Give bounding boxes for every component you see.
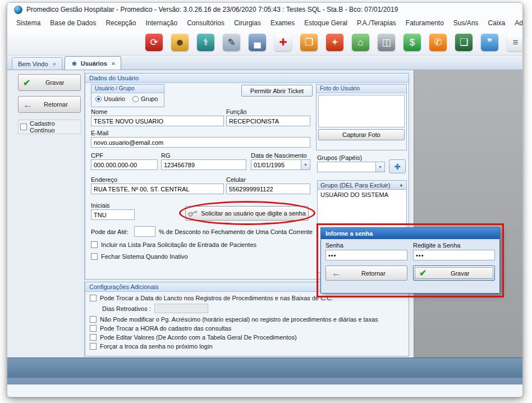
grupos-list-header[interactable]: Grupo (DEL Para Excluir) ▲ — [317, 180, 407, 190]
patients-icon[interactable]: ☻ — [171, 34, 189, 51]
add-grupo-button[interactable]: ✚ — [389, 159, 406, 173]
menu-faturamento[interactable]: Faturamento — [406, 19, 444, 27]
config-body: Pode Trocar a Data do Lancto nos Registr… — [85, 292, 409, 350]
foto-preview — [318, 95, 405, 127]
ambulance-icon[interactable]: ✚ — [274, 34, 292, 51]
tab-bem-vindo-label: Bem Vindo — [18, 61, 48, 67]
pode-editar-valores-label: Pode Editar Valores (De Acordo com a Tab… — [100, 334, 297, 341]
menu-recepcao[interactable]: Recepção — [106, 19, 136, 27]
solicitar-senha-label: Solicitar ao usuário que digite a senha — [201, 210, 306, 217]
dialog-gravar-button[interactable]: ✔ Gravar — [413, 265, 495, 281]
menu-caixa[interactable]: Caixa — [488, 19, 506, 27]
pode-editar-valores-checkbox[interactable]: Pode Editar Valores (De Acordo com a Tab… — [90, 334, 404, 341]
menu-sus-ans[interactable]: Sus/Ans — [453, 19, 479, 27]
senha-input[interactable] — [325, 250, 407, 260]
chevron-down-icon[interactable]: ▼ — [301, 160, 310, 170]
dialog-title: Informe a senha — [321, 228, 499, 239]
pode-dar-ate-label: Pode dar Até: — [91, 228, 129, 235]
exams-icon[interactable]: ❐ — [300, 34, 318, 51]
tab-usuarios[interactable]: ☻ Usuários × — [65, 56, 121, 70]
toolbar: ⟳ ☻ ⚕ ✎ ▄ ✚ ❐ ✦ ⌂ ◫ $ ✆ ❏ ❞ ≡ — [7, 30, 522, 56]
pharmacy-icon[interactable]: ⌂ — [352, 34, 369, 51]
redigite-senha-input[interactable] — [413, 250, 495, 260]
close-icon[interactable]: × — [112, 60, 115, 67]
gravar-button[interactable]: ✔ Gravar — [18, 74, 81, 91]
rg-label: RG — [161, 152, 171, 159]
rg-input[interactable] — [161, 159, 246, 170]
menu-administracao[interactable]: Administra — [515, 19, 523, 27]
fechar-sistema-checkbox[interactable]: Fechar Sistema Quando Inativo — [91, 253, 188, 260]
endereco-input[interactable] — [91, 184, 224, 194]
phone-icon[interactable]: ✆ — [429, 34, 447, 51]
checkbox-icon[interactable] — [90, 325, 97, 332]
grupos-combo[interactable] — [317, 162, 385, 172]
close-icon[interactable]: × — [53, 61, 56, 67]
usuario-grupo-header: Usuário / Grupo — [91, 85, 164, 93]
menu-base-de-dados[interactable]: Base de Dados — [50, 19, 96, 27]
dias-retroativos-input[interactable] — [154, 304, 208, 313]
checkbox-icon[interactable] — [91, 253, 98, 260]
permitir-abrir-ticket-button[interactable]: Permitir Abrir Ticket — [241, 85, 313, 97]
funcao-input[interactable] — [226, 116, 310, 126]
desconto-input[interactable] — [134, 226, 155, 237]
nome-input[interactable] — [91, 116, 224, 126]
retornar-button[interactable]: ← Retornar — [18, 96, 81, 113]
email-input[interactable] — [91, 137, 310, 148]
ledger-icon[interactable]: ❏ — [455, 34, 473, 51]
cpf-input[interactable] — [91, 159, 158, 170]
radio-grupo[interactable]: Grupo — [132, 95, 158, 102]
refresh-icon[interactable]: ⟳ — [145, 34, 163, 51]
app-window: Promedico Gestão Hospitalar - Promedico … — [7, 2, 523, 397]
checkbox-icon[interactable] — [90, 316, 97, 323]
grupos-list-header-label: Grupo (DEL Para Excluir) — [320, 182, 390, 189]
pode-trocar-hora-label: Pode Trocar a HORA do cadastro das consu… — [100, 325, 231, 332]
nao-pode-modificar-pg-checkbox[interactable]: Não Pode modificar o Pg. Acréscimo (horá… — [90, 316, 404, 323]
prescription-icon[interactable]: ✎ — [223, 34, 240, 51]
app-logo-icon — [14, 6, 22, 14]
pode-trocar-hora-checkbox[interactable]: Pode Trocar a HORA do cadastro das consu… — [90, 325, 404, 332]
menu-estoque-geral[interactable]: Estoque Geral — [304, 19, 347, 27]
celular-input[interactable] — [226, 184, 310, 194]
check-icon: ✔ — [419, 268, 426, 278]
menu-consultorios[interactable]: Consultórios — [187, 19, 224, 27]
title-bar: Promedico Gestão Hospitalar - Promedico … — [7, 3, 522, 16]
menu-exames[interactable]: Exames — [270, 19, 295, 27]
forcar-troca-senha-checkbox[interactable]: Forçar a troca da senha no próximo login — [90, 343, 404, 350]
chat-icon[interactable]: ❞ — [481, 34, 498, 51]
grupos-papeis-label: Grupos (Papéis) — [317, 154, 362, 161]
checkbox-icon[interactable] — [91, 241, 98, 248]
doctor-icon[interactable]: ⚕ — [197, 34, 214, 51]
dias-retroativos-row: Dias Retroativos : — [102, 304, 404, 313]
tab-bem-vindo[interactable]: Bem Vindo × — [12, 57, 62, 70]
chevron-down-icon[interactable]: ▼ — [375, 162, 384, 172]
stock-icon[interactable]: ✦ — [326, 34, 343, 51]
iniciais-input[interactable] — [91, 209, 135, 220]
pode-trocar-data-checkbox[interactable]: Pode Trocar a Data do Lancto nos Registr… — [90, 295, 404, 301]
solicitar-senha-button[interactable]: Solicitar ao usuário que digite a senha — [185, 206, 309, 221]
radio-usuario[interactable]: Usuário — [95, 95, 125, 102]
menu-cirurgias[interactable]: Cirurgias — [234, 19, 261, 27]
menu-pa-terapias[interactable]: P.A./Terapias — [357, 19, 396, 27]
checkbox-icon[interactable] — [90, 334, 97, 341]
radio-grupo-label: Grupo — [141, 95, 158, 102]
menu-sistema[interactable]: Sistema — [16, 19, 40, 27]
safe-icon[interactable]: ◫ — [378, 34, 395, 51]
tab-usuarios-label: Usuários — [81, 60, 107, 67]
capturar-foto-button[interactable]: Capturar Foto — [318, 129, 405, 140]
hospital-bed-icon[interactable]: ▄ — [249, 34, 266, 51]
incluir-lista-checkbox[interactable]: Incluir na Lista Para Solicitação de Ent… — [91, 241, 256, 248]
dialog-retornar-button[interactable]: ← Retornar — [325, 265, 407, 281]
menu-internacao[interactable]: Internação — [145, 19, 177, 27]
users-icon: ☻ — [71, 59, 78, 67]
mdi-backdrop — [414, 70, 522, 358]
dialog-body: Senha Redigite a Senha ← Retornar ✔ Grav… — [321, 239, 499, 283]
billing-icon[interactable]: $ — [403, 34, 421, 51]
cadastro-continuo-checkbox[interactable]: Cadastro Contínuo — [18, 120, 81, 134]
checkbox-icon[interactable] — [20, 123, 27, 130]
back-arrow-icon: ← — [23, 100, 33, 109]
key-icon — [187, 209, 198, 218]
list-item[interactable]: USUÁRIO DO SISTEMA — [318, 190, 406, 200]
report-icon[interactable]: ≡ — [507, 34, 523, 51]
checkbox-icon[interactable] — [90, 295, 97, 301]
checkbox-icon[interactable] — [90, 343, 97, 350]
